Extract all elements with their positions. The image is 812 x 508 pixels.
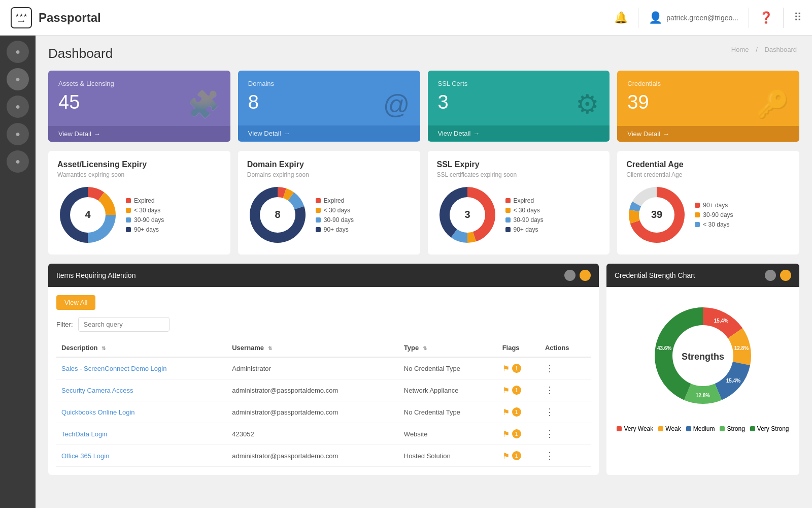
legend-item-2-1: < 30 days (505, 207, 544, 214)
legend-label-1-2: 30-90 days (324, 216, 354, 224)
actions-button-2[interactable]: ⋮ (545, 406, 554, 418)
actions-button-3[interactable]: ⋮ (545, 428, 554, 439)
donut-chart-0: 4 (57, 184, 118, 245)
sidebar-item-1[interactable]: ● (7, 68, 29, 90)
logo-text: Passportal (39, 11, 101, 25)
view-all-button[interactable]: View All (56, 295, 95, 310)
actions-button-0[interactable]: ⋮ (545, 363, 554, 374)
row-description-3[interactable]: TechData Login (56, 423, 227, 445)
row-description-1[interactable]: Security Camera Access (56, 379, 227, 401)
sidebar-item-4[interactable]: ● (7, 150, 29, 173)
table-row: Quickbooks Online Login administrator@pa… (56, 401, 591, 423)
stat-icon-3: 🔑 (756, 89, 789, 120)
sidebar-item-0[interactable]: ● (7, 41, 29, 63)
expiry-sub-3: Client credential Age (626, 171, 790, 178)
strength-legend-item-2: Medium (686, 425, 715, 432)
row-flags-4: ⚑ 1 (497, 445, 540, 467)
search-input[interactable] (78, 317, 170, 332)
row-type-2: No Credential Type (399, 401, 497, 423)
sort-type-icon[interactable]: ⇅ (423, 345, 427, 351)
donut-chart-2: 3 (437, 184, 498, 245)
strength-center-label: Strengths (682, 352, 724, 362)
attention-panel-header: Items Requiring Attention (48, 264, 599, 287)
sidebar-item-2[interactable]: ● (7, 96, 29, 118)
flag-icon-0: ⚑ (502, 364, 510, 373)
stat-footer-2[interactable]: View Detail → (428, 125, 610, 141)
strength-legend-dot-4 (750, 426, 755, 431)
row-username-2: administrator@passportaldemo.com (227, 401, 399, 423)
stat-label-0: Assets & Licensing (58, 80, 220, 87)
strength-legend-dot-2 (686, 426, 691, 431)
table-body: Sales - ScreenConnect Demo Login Adminis… (56, 357, 591, 467)
strength-legend-label-2: Medium (693, 425, 715, 432)
user-area[interactable]: 👤 patrick.green@trigeo... (649, 11, 738, 24)
strength-minimize-btn[interactable] (765, 270, 776, 281)
stat-icon-1: @ (383, 89, 410, 119)
legend-dot-1-1 (316, 208, 321, 213)
strength-legend-dot-0 (617, 426, 622, 431)
help-icon[interactable]: ❓ (759, 11, 773, 24)
legend-item-0-0: Expired (126, 197, 164, 204)
row-description-0[interactable]: Sales - ScreenConnect Demo Login (56, 357, 227, 379)
donut-container-1: 8 Expired < 30 days 30-90 days 90+ days (247, 184, 411, 245)
notification-icon[interactable]: 🔔 (614, 11, 628, 24)
panel-minimize-btn[interactable] (564, 270, 576, 281)
strength-legend-label-3: Strong (727, 425, 745, 432)
flag-icon-1: ⚑ (502, 386, 510, 395)
flag-badge-3: 1 (512, 429, 521, 438)
stat-card-1[interactable]: Domains 8 @ View Detail → (238, 71, 420, 142)
donut-container-2: 3 Expired < 30 days 30-90 days 90+ days (437, 184, 601, 245)
user-email: patrick.green@trigeo... (666, 14, 738, 22)
main-layout: ● ● ● ● ● Dashboard Home / Dashboard Ass… (0, 36, 812, 508)
row-description-4[interactable]: Office 365 Login (56, 445, 227, 467)
svg-text:—•: —• (18, 19, 24, 24)
sort-description-icon[interactable]: ⇅ (101, 345, 106, 351)
actions-button-1[interactable]: ⋮ (545, 385, 554, 396)
stat-footer-1[interactable]: View Detail → (238, 125, 420, 141)
row-actions-4: ⋮ (540, 445, 591, 467)
legend-label-0-0: Expired (134, 197, 155, 204)
legend-dot-3-0 (695, 203, 700, 208)
strength-legend-dot-1 (658, 426, 663, 431)
legend-item-3-0: 90+ days (695, 202, 733, 209)
row-actions-0: ⋮ (540, 357, 591, 379)
panel-close-btn[interactable] (580, 270, 591, 281)
legend-label-2-3: 90+ days (514, 226, 538, 233)
legend-dot-0-0 (126, 198, 131, 203)
sidebar-item-3[interactable]: ● (7, 123, 29, 145)
donut-legend-0: Expired < 30 days 30-90 days 90+ days (126, 197, 164, 233)
header: ★★★ —• Passportal 🔔 👤 patrick.green@trig… (0, 0, 812, 36)
stat-footer-3[interactable]: View Detail → (617, 126, 799, 142)
legend-item-1-2: 30-90 days (316, 216, 354, 224)
legend-dot-2-2 (505, 217, 511, 223)
row-description-2[interactable]: Quickbooks Online Login (56, 401, 227, 423)
stat-card-0[interactable]: Assets & Licensing 45 🧩 View Detail → (48, 71, 230, 142)
strength-legend-label-1: Weak (665, 425, 681, 432)
table-row: TechData Login 423052 Website ⚑ 1 ⋮ (56, 423, 591, 445)
breadcrumb-sep: / (756, 46, 758, 53)
row-actions-2: ⋮ (540, 401, 591, 423)
sort-username-icon[interactable]: ⇅ (268, 345, 272, 351)
strength-legend-dot-3 (720, 426, 725, 431)
donut-container-0: 4 Expired < 30 days 30-90 days 90+ days (57, 184, 221, 245)
legend-label-1-0: Expired (324, 197, 345, 204)
col-flags: Flags (497, 339, 540, 357)
row-actions-1: ⋮ (540, 379, 591, 401)
expiry-card-2: SSL Expiry SSL certificates expiring soo… (428, 151, 610, 255)
stat-card-2[interactable]: SSL Certs 3 ⚙ View Detail → (428, 71, 610, 142)
stat-card-3[interactable]: Credentials 39 🔑 View Detail → (617, 71, 799, 142)
svg-text:4: 4 (85, 209, 91, 220)
strength-panel-header: Credential Strength Chart (606, 264, 799, 287)
legend-dot-1-3 (316, 227, 321, 232)
breadcrumb-home[interactable]: Home (731, 46, 749, 53)
row-username-4: administrator@passportaldemo.com (227, 445, 399, 467)
flag-badge-4: 1 (512, 451, 521, 460)
grid-icon[interactable]: ⠿ (794, 11, 802, 24)
actions-button-4[interactable]: ⋮ (545, 450, 554, 461)
strength-close-btn[interactable] (780, 270, 791, 281)
svg-text:39: 39 (651, 209, 662, 220)
filter-label: Filter: (56, 321, 73, 328)
donut-chart-3: 39 (626, 184, 687, 245)
legend-item-0-1: < 30 days (126, 207, 164, 214)
stat-footer-0[interactable]: View Detail → (48, 126, 230, 142)
